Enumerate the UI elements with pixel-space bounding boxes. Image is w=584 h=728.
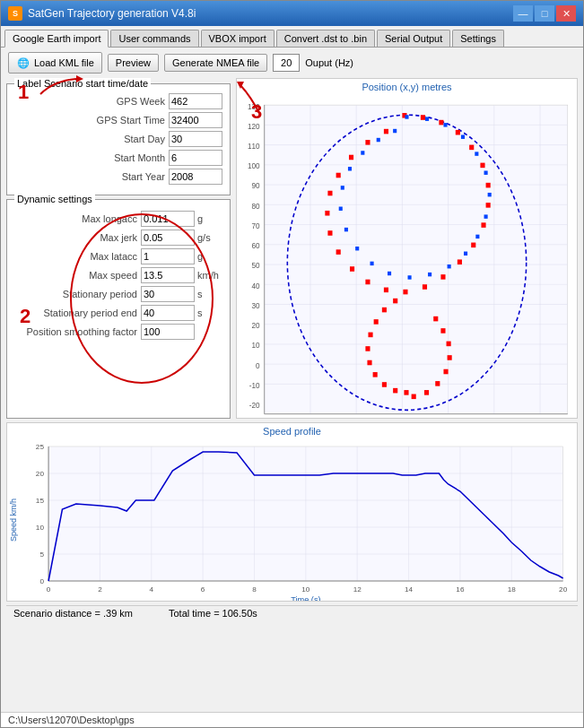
total-time: Total time = 106.50s (169, 608, 257, 619)
svg-text:90: 90 (251, 181, 259, 190)
position-chart-svg: 130 120 110 100 90 80 70 60 50 40 30 20 … (237, 95, 577, 419)
start-year-input[interactable] (169, 169, 222, 185)
tab-settings[interactable]: Settings (452, 30, 504, 47)
svg-rect-85 (433, 316, 438, 322)
start-month-input[interactable] (169, 150, 222, 166)
right-panel: Position (x,y) metres (236, 78, 578, 419)
svg-rect-64 (336, 173, 341, 178)
tab-user-commands[interactable]: User commands (110, 30, 198, 47)
svg-text:80: 80 (251, 201, 259, 210)
max-speed-unit: km/h (197, 270, 222, 281)
svg-rect-77 (393, 299, 397, 304)
svg-rect-96 (448, 264, 451, 268)
load-kml-button[interactable]: 🌐 Load KML file (8, 52, 102, 74)
svg-text:-10: -10 (249, 381, 260, 390)
start-day-input[interactable] (169, 131, 222, 147)
max-speed-input[interactable] (141, 267, 195, 283)
svg-rect-79 (424, 390, 429, 395)
svg-rect-98 (408, 275, 412, 279)
svg-rect-75 (374, 319, 379, 325)
svg-rect-69 (393, 388, 397, 394)
maximize-button[interactable]: □ (535, 5, 554, 22)
svg-text:60: 60 (251, 241, 259, 250)
generate-nmea-button[interactable]: Generate NMEA file (164, 54, 267, 72)
main-content: Label Scenario start time/date GPS Week … (1, 78, 583, 712)
svg-text:40: 40 (251, 281, 259, 290)
svg-rect-83 (447, 342, 451, 347)
max-longacc-input[interactable] (141, 211, 195, 227)
svg-rect-46 (456, 130, 460, 135)
svg-rect-94 (475, 235, 479, 238)
start-month-label: Start Month (114, 152, 165, 163)
close-button[interactable]: ✕ (556, 5, 576, 22)
svg-text:16: 16 (456, 585, 465, 594)
stationary-period-end-row: Stationary period end s (14, 305, 222, 321)
gps-start-time-input[interactable] (169, 112, 222, 128)
svg-text:0: 0 (256, 360, 260, 369)
stationary-period-end-unit: s (197, 308, 222, 318)
main-window: S SatGen Trajectory generation V4.8i — □… (0, 0, 584, 728)
svg-rect-55 (423, 284, 427, 290)
scenario-group-title: Label Scenario start time/date (14, 78, 151, 89)
svg-rect-60 (336, 249, 341, 255)
svg-rect-73 (365, 346, 370, 351)
tab-google-earth[interactable]: Google Earth import (4, 30, 109, 48)
svg-rect-57 (384, 288, 388, 293)
svg-rect-71 (373, 372, 378, 377)
svg-rect-93 (484, 214, 488, 218)
max-jerk-input[interactable] (141, 230, 195, 246)
svg-text:Time (s): Time (s) (291, 595, 320, 602)
speed-chart: Speed profile (6, 422, 578, 602)
svg-rect-61 (327, 230, 332, 236)
start-year-row: Start Year (14, 169, 222, 185)
tab-bar: Google Earth import User commands VBOX i… (1, 26, 583, 48)
svg-rect-100 (370, 262, 374, 265)
tab-serial-output[interactable]: Serial Output (377, 30, 450, 47)
svg-rect-63 (327, 191, 332, 196)
preview-button[interactable]: Preview (108, 54, 159, 72)
max-latacc-input[interactable] (141, 248, 195, 264)
gps-week-input[interactable] (169, 93, 222, 109)
svg-rect-65 (349, 155, 353, 160)
svg-rect-59 (350, 266, 354, 272)
svg-rect-0 (265, 105, 568, 414)
speed-chart-title: Speed profile (7, 423, 577, 439)
gps-week-label: GPS Week (117, 96, 165, 107)
stationary-period-end-input[interactable] (141, 305, 195, 321)
svg-rect-82 (448, 355, 452, 360)
max-longacc-row: Max longacc g (14, 211, 222, 227)
svg-rect-53 (458, 259, 462, 264)
svg-text:20: 20 (559, 585, 568, 594)
svg-text:120: 120 (248, 121, 260, 130)
gps-week-row: GPS Week (14, 93, 222, 109)
top-section: Label Scenario start time/date GPS Week … (6, 78, 578, 419)
svg-rect-62 (325, 211, 329, 216)
svg-rect-105 (348, 167, 352, 170)
window-title: SatGen Trajectory generation V4.8i (28, 7, 513, 20)
dynamic-group-title: Dynamic settings (14, 194, 95, 204)
max-jerk-label: Max jerk (100, 232, 137, 243)
svg-text:20: 20 (251, 321, 259, 330)
svg-rect-103 (339, 207, 343, 211)
svg-text:4: 4 (150, 585, 154, 594)
tab-convert[interactable]: Convert .dst to .bin (276, 30, 375, 47)
svg-rect-80 (435, 381, 440, 386)
svg-text:14: 14 (405, 585, 414, 594)
stationary-period-input[interactable] (141, 286, 195, 302)
start-year-label: Start Year (122, 171, 165, 182)
minimize-button[interactable]: — (513, 5, 533, 22)
svg-rect-48 (480, 163, 484, 169)
stationary-period-unit: s (197, 289, 222, 299)
position-smoothing-input[interactable] (141, 324, 195, 340)
hz-input[interactable] (273, 54, 300, 72)
svg-text:100: 100 (248, 161, 260, 170)
position-smoothing-row: Position smoothing factor (14, 324, 222, 340)
svg-rect-97 (428, 273, 431, 276)
max-jerk-row: Max jerk g/s (14, 230, 222, 246)
svg-rect-56 (403, 290, 407, 295)
file-path: C:\Users\12070\Desktop\gps (8, 715, 135, 725)
left-panel: Label Scenario start time/date GPS Week … (6, 78, 231, 419)
toolbar: 🌐 Load KML file Preview Generate NMEA fi… (1, 48, 583, 78)
tab-vbox-import[interactable]: VBOX import (201, 30, 275, 47)
start-day-row: Start Day (14, 131, 222, 147)
